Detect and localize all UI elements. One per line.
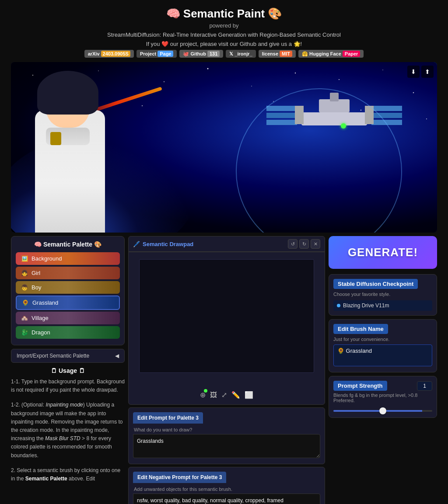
status-indicator	[341, 123, 346, 129]
edit-prompt-sub: What do you want to draw?	[133, 425, 320, 434]
import-export-label: Import/Export Semantic Palette	[17, 353, 89, 359]
village-label: Village	[32, 315, 49, 321]
powered-by-text: powered by	[5, 22, 443, 29]
love-text: If you ❤️ our project, please visit our …	[5, 41, 443, 47]
ps-header: Prompt Strength 1	[333, 381, 432, 391]
drawpad-close-button[interactable]: ✕	[311, 239, 320, 249]
badges-row: arXiv 2403.0905S Project Page 🐙 Github 1…	[5, 50, 443, 58]
drawpad-controls: ↺ ↻ ✕	[288, 239, 320, 249]
bg-emoji: 🖼️	[21, 255, 28, 262]
left-panel: 🧠 Semantic Palette 🎨 🖼️ Background 👧 Gir…	[11, 236, 125, 483]
drawpad-canvas-area[interactable]: ⊕ 🖼 ⤢ ✏️ ⬜	[128, 252, 325, 405]
sd-checkpoint-title: Stable Diffusion Checkpoint	[333, 279, 418, 289]
bottom-layout: 🧠 Semantic Palette 🎨 🖼️ Background 👧 Gir…	[0, 233, 448, 504]
girl-label: Girl	[32, 270, 40, 276]
brush-name-section: Edit Brush Name Just for your convenienc…	[329, 319, 437, 372]
ps-value: 1	[417, 381, 432, 391]
brush-tool[interactable]: ✏️	[231, 391, 240, 399]
sd-option-dot	[337, 304, 340, 307]
import-export-button[interactable]: Import/Export Semantic Palette ◀	[11, 349, 125, 363]
edit-prompt-textarea[interactable]	[133, 434, 320, 458]
grassland-emoji: 🌻	[22, 299, 29, 306]
svg-point-3	[164, 81, 164, 82]
ps-slider[interactable]	[333, 410, 432, 412]
palette-item-background[interactable]: 🖼️ Background	[16, 252, 120, 265]
edit-prompt-section: Edit Prompt for Palette 3 What do you wa…	[128, 407, 325, 464]
usage-text-1: 1-1. Type in the background prompt. Back…	[11, 378, 125, 394]
palette-item-grassland[interactable]: 🌻 Grassland	[16, 295, 120, 310]
badge-github[interactable]: 🐙 Github 131	[179, 50, 223, 58]
badge-paper: Paper	[343, 51, 360, 57]
girl-emoji: 👧	[21, 270, 28, 276]
drawpad-redo-button[interactable]: ↻	[299, 239, 309, 249]
svg-point-9	[413, 92, 414, 94]
svg-point-6	[295, 73, 296, 73]
sd-checkpoint-section: Stable Diffusion Checkpoint Choose your …	[329, 274, 437, 316]
canvas-inner	[139, 259, 314, 373]
drawpad-undo-button[interactable]: ↺	[288, 239, 298, 249]
right-panel: GENERATE! Stable Diffusion Checkpoint Ch…	[329, 236, 437, 418]
usage-text-2: 1-2. (Optional: Inpainting mode) Uploadi…	[11, 401, 125, 459]
sd-option-label: Blazing Drive V11m	[343, 302, 389, 309]
download-button[interactable]: ⬇	[407, 66, 420, 78]
share-button[interactable]: ⬆	[421, 66, 434, 78]
edit-prompt-header: Edit Prompt for Palette 3	[133, 412, 203, 424]
svg-point-14	[426, 118, 427, 119]
edit-neg-prompt-header: Edit Negative Prompt for Palette 3	[133, 472, 226, 483]
village-emoji: 🏘️	[21, 315, 28, 321]
app-title: 🧠 Semantic Paint 🎨	[5, 7, 443, 21]
subtitle-text: StreamMultiDiffusion: Real-Time Interact…	[5, 31, 443, 38]
semantic-palette-box: 🧠 Semantic Palette 🎨 🖼️ Background 👧 Gir…	[11, 236, 125, 345]
sd-checkpoint-option[interactable]: Blazing Drive V11m	[333, 300, 432, 311]
generate-button[interactable]: GENERATE!	[329, 236, 437, 269]
badge-arxiv[interactable]: arXiv 2403.0905S	[84, 50, 134, 58]
sd-checkpoint-sub: Choose your favorite style.	[333, 292, 432, 297]
badge-project-pg: Page	[158, 51, 173, 57]
boy-label: Boy	[32, 284, 41, 291]
grassland-label: Grassland	[32, 299, 58, 306]
palette-item-girl[interactable]: 👧 Girl	[16, 267, 120, 279]
svg-point-5	[251, 86, 252, 87]
palette-title: 🧠 Semantic Palette 🎨	[16, 241, 120, 248]
brush-name-input[interactable]	[333, 344, 432, 366]
drawpad-title-text: Semantic Drawpad	[143, 241, 193, 247]
svg-point-8	[382, 70, 383, 70]
badge-project[interactable]: Project Page	[136, 50, 177, 58]
edit-neg-prompt-section: Edit Negative Prompt for Palette 3 Add u…	[128, 467, 325, 504]
crop-tool[interactable]: ⤢	[221, 391, 227, 399]
svg-point-4	[207, 68, 209, 70]
upload-tool[interactable]: 🖼	[210, 391, 217, 399]
badge-hugging[interactable]: 🤗 Hugging Face Paper	[298, 50, 364, 58]
main-image-wrapper: ⬇ ⬆	[0, 62, 448, 233]
palette-item-village[interactable]: 🏘️ Village	[16, 312, 120, 324]
usage-section: 🗒 Usage 🗒 1-1. Type in the background pr…	[11, 367, 125, 483]
brush-name-sub: Just for your convenience.	[333, 337, 432, 342]
usage-text-3: 2. Select a semantic brush by clicking o…	[11, 466, 125, 483]
anime-girl	[22, 71, 122, 233]
edit-neg-prompt-sub: Add unwanted objects for this semantic b…	[133, 485, 320, 494]
image-action-buttons: ⬇ ⬆	[407, 66, 434, 78]
eraser-tool[interactable]: ⬜	[245, 391, 253, 399]
drawpad-icon: 🖊️	[133, 241, 140, 247]
active-tool-indicator	[204, 389, 207, 393]
boy-emoji: 👦	[21, 284, 28, 291]
import-export-chevron: ◀	[115, 353, 119, 359]
dragon-label: Dragon	[32, 329, 50, 336]
palette-item-boy[interactable]: 👦 Boy	[16, 281, 120, 294]
header: 🧠 Semantic Paint 🎨 powered by StreamMult…	[0, 0, 448, 62]
drawpad-title: 🖊️ Semantic Drawpad	[133, 241, 193, 247]
usage-title: 🗒 Usage 🗒	[11, 367, 125, 374]
cursor-tool[interactable]: ⊕	[200, 391, 206, 399]
brush-name-title: Edit Brush Name	[333, 324, 388, 334]
dragon-emoji: 🐉	[21, 329, 28, 336]
drawpad-toolbar: ⊕ 🖼 ⤢ ✏️ ⬜	[200, 391, 253, 399]
badge-arxiv-num: 2403.0905S	[101, 51, 130, 57]
main-image: ⬇ ⬆	[11, 62, 437, 233]
badge-github-num: 131	[207, 51, 220, 57]
palette-item-dragon[interactable]: 🐉 Dragon	[16, 326, 120, 339]
badge-x[interactable]: 𝕏 _ironjr_	[226, 50, 256, 58]
badge-license[interactable]: license MIT	[259, 50, 296, 58]
drawpad-header: 🖊️ Semantic Drawpad ↺ ↻ ✕	[128, 236, 325, 252]
ps-sub: Blends fg & bg in the prompt level, >0.8…	[333, 393, 432, 403]
edit-neg-prompt-textarea[interactable]	[133, 494, 320, 504]
